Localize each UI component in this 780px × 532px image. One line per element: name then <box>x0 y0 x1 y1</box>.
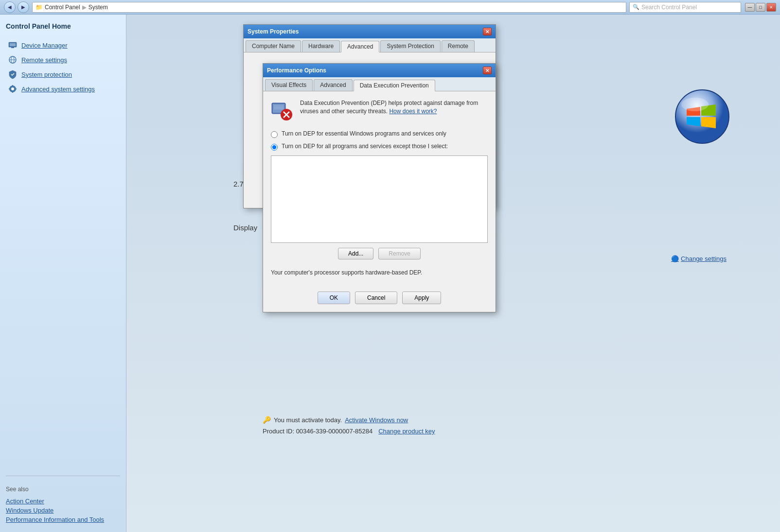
breadcrumb-separator: ▶ <box>82 4 87 11</box>
tab-advanced-perf[interactable]: Advanced <box>314 79 352 91</box>
svg-point-12 <box>675 90 729 143</box>
programs-listbox[interactable] <box>271 155 488 243</box>
svg-point-13 <box>681 98 709 111</box>
back-button[interactable]: ◀ <box>4 1 16 13</box>
window-controls: — □ ✕ <box>745 3 776 12</box>
dep-icon <box>271 99 294 122</box>
maximize-button[interactable]: □ <box>756 3 765 12</box>
sidebar-title: Control Panel Home <box>6 22 120 30</box>
sys-props-tabs: Computer Name Hardware Advanced System P… <box>244 38 496 52</box>
tab-remote[interactable]: Remote <box>442 40 475 52</box>
add-button[interactable]: Add... <box>338 248 373 259</box>
radio-dep-all-input[interactable] <box>271 144 278 151</box>
windows-logo <box>673 87 731 146</box>
perf-footer: OK Cancel Apply <box>263 288 496 312</box>
remove-button[interactable]: Remove <box>378 248 421 259</box>
tab-computer-name[interactable]: Computer Name <box>246 40 301 52</box>
sidebar-label-remote-settings: Remote settings <box>21 56 67 64</box>
remote-settings-icon <box>8 55 18 65</box>
product-id-text: Product ID: 00346-339-0000007-85284 <box>263 428 372 435</box>
dep-header: Data Execution Prevention (DEP) helps pr… <box>271 99 488 122</box>
dep-how-link[interactable]: How does it work? <box>389 108 437 115</box>
sys-props-close-button[interactable]: ✕ <box>483 28 492 35</box>
sidebar-label-advanced-settings: Advanced system settings <box>21 86 95 93</box>
close-window-button[interactable]: ✕ <box>766 3 776 12</box>
perf-titlebar: Performance Options ✕ <box>263 64 496 77</box>
activate-warning: 🔑 You must activate today. Activate Wind… <box>263 416 770 424</box>
titlebar: ◀ ▶ 📁 Control Panel ▶ System 🔍 Search Co… <box>0 0 780 15</box>
see-also-section: See also Action Center Windows Update Pe… <box>6 476 120 524</box>
bottom-info: 🔑 You must activate today. Activate Wind… <box>253 416 780 435</box>
breadcrumb-system[interactable]: System <box>89 4 108 11</box>
sidebar-item-remote-settings[interactable]: Remote settings <box>6 52 120 67</box>
perf-title: Performance Options <box>267 67 326 74</box>
performance-options-dialog: Performance Options ✕ Visual Effects Adv… <box>263 63 496 312</box>
advanced-settings-icon <box>8 84 18 94</box>
sidebar-label-device-manager: Device Manager <box>21 42 68 49</box>
system-protection-icon <box>8 69 18 79</box>
nav-buttons: ◀ ▶ <box>4 1 29 13</box>
svg-rect-9 <box>12 91 13 93</box>
dep-description: Data Execution Prevention (DEP) helps pr… <box>300 99 488 116</box>
perf-content: Data Execution Prevention (DEP) helps pr… <box>263 91 496 288</box>
sidebar-item-system-protection[interactable]: System protection <box>6 67 120 82</box>
svg-rect-8 <box>12 85 13 86</box>
cancel-button[interactable]: Cancel <box>355 292 397 304</box>
perf-action-buttons: Add... Remove <box>271 248 488 259</box>
radio-dep-essential[interactable]: Turn on DEP for essential Windows progra… <box>271 130 488 138</box>
sidebar-item-device-manager[interactable]: Device Manager <box>6 38 120 52</box>
tab-advanced[interactable]: Advanced <box>341 41 379 52</box>
change-product-key-link[interactable]: Change product key <box>378 428 435 435</box>
sys-props-titlebar: System Properties ✕ <box>244 25 496 38</box>
svg-rect-2 <box>11 47 14 48</box>
see-also-title: See also <box>6 486 120 493</box>
product-id-row: Product ID: 00346-339-0000007-85284 Chan… <box>263 428 770 435</box>
svg-rect-10 <box>9 88 10 89</box>
minimize-button[interactable]: — <box>745 3 755 12</box>
radio-dep-all-label: Turn on DEP for all programs and service… <box>282 143 448 150</box>
radio-dep-all[interactable]: Turn on DEP for all programs and service… <box>271 143 488 151</box>
apply-button[interactable]: Apply <box>402 292 441 304</box>
see-also-performance[interactable]: Performance Information and Tools <box>6 515 120 524</box>
tab-system-protection[interactable]: System Protection <box>380 40 440 52</box>
activate-link[interactable]: Activate Windows now <box>345 416 408 424</box>
change-settings-link[interactable]: 🔵 Change settings <box>671 255 727 262</box>
tab-hardware[interactable]: Hardware <box>302 40 340 52</box>
sys-props-title: System Properties <box>248 28 299 35</box>
svg-point-7 <box>11 87 14 90</box>
forward-button[interactable]: ▶ <box>18 1 29 13</box>
main-content: 2.72 GHz Display <box>126 15 780 532</box>
activate-icon: 🔑 <box>263 416 271 424</box>
display-label: Display <box>233 223 257 232</box>
ok-button[interactable]: OK <box>318 292 350 304</box>
breadcrumb-control-panel[interactable]: Control Panel <box>45 4 80 11</box>
change-settings-label: Change settings <box>681 255 727 262</box>
activate-text: You must activate today. <box>274 416 342 424</box>
radio-dep-essential-input[interactable] <box>271 131 278 138</box>
see-also-action-center[interactable]: Action Center <box>6 497 120 506</box>
svg-rect-1 <box>10 43 16 46</box>
search-box[interactable]: 🔍 Search Control Panel <box>629 2 741 13</box>
breadcrumb-folder-icon: 📁 <box>35 4 43 11</box>
see-also-windows-update[interactable]: Windows Update <box>6 506 120 515</box>
device-manager-icon <box>8 40 18 50</box>
perf-tabs: Visual Effects Advanced Data Execution P… <box>263 77 496 91</box>
sidebar-label-system-protection: System protection <box>21 71 72 78</box>
tab-dep[interactable]: Data Execution Prevention <box>354 80 435 91</box>
content-area: Control Panel Home Device Manager <box>0 15 780 532</box>
main-window: ◀ ▶ 📁 Control Panel ▶ System 🔍 Search Co… <box>0 0 780 532</box>
sidebar-item-advanced-settings[interactable]: Advanced system settings <box>6 82 120 96</box>
perf-close-button[interactable]: ✕ <box>483 67 492 74</box>
breadcrumb: 📁 Control Panel ▶ System <box>32 2 626 13</box>
tab-visual-effects[interactable]: Visual Effects <box>265 79 313 91</box>
svg-rect-11 <box>15 88 17 89</box>
radio-dep-essential-label: Turn on DEP for essential Windows progra… <box>282 130 446 137</box>
search-placeholder: Search Control Panel <box>641 4 697 11</box>
dep-note: Your computer's processor supports hardw… <box>271 265 488 280</box>
search-icon: 🔍 <box>633 4 639 10</box>
sidebar: Control Panel Home Device Manager <box>0 15 126 532</box>
change-settings-icon: 🔵 <box>671 255 679 262</box>
